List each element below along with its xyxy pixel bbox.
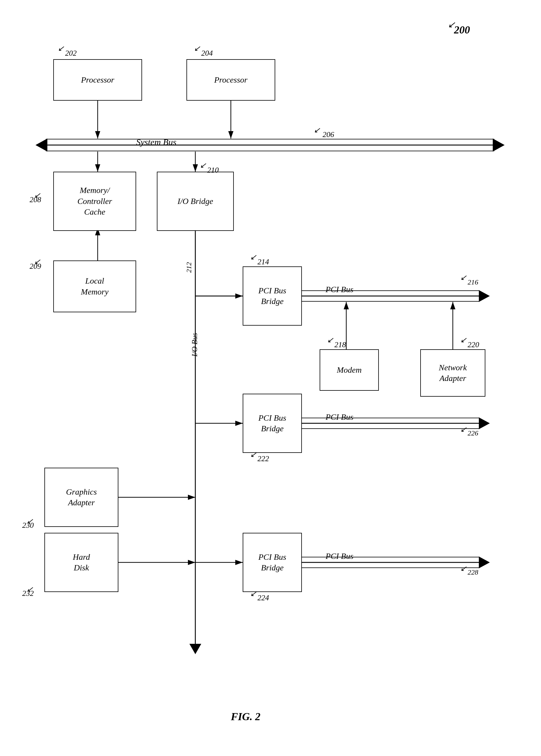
local-memory-label: LocalMemory (81, 276, 108, 297)
pci-bus2-ref: 226 (468, 429, 478, 437)
pci-bus1-label: PCI Bus (325, 285, 353, 294)
svg-marker-21 (479, 290, 490, 302)
arrow-220: ↙ (460, 336, 467, 345)
network-adapter-box: NetworkAdapter (420, 349, 485, 396)
pci-bus3-label: PCI Bus (325, 551, 353, 561)
system-bus-label: System Bus (136, 137, 176, 147)
arrow-214: ↙ (250, 253, 257, 262)
svg-marker-31 (479, 417, 490, 429)
modem-ref: 218 (334, 341, 346, 349)
modem-box: Modem (319, 349, 379, 391)
processor1-label: Processor (81, 75, 115, 85)
svg-marker-7 (493, 139, 505, 152)
arrow-208: ↙ (34, 191, 41, 200)
arrow-222: ↙ (250, 450, 257, 459)
arrow-232: ↙ (27, 585, 33, 594)
pci-bridge3-box: PCI BusBridge (243, 533, 302, 592)
arrow-216: ↙ (460, 273, 467, 282)
io-bus-ref: 212 (185, 262, 193, 273)
io-bus-label: I/O Bus (190, 333, 199, 357)
io-bridge-label: I/O Bridge (178, 196, 214, 207)
processor1-box: Processor (53, 59, 142, 101)
arrow-228: ↙ (460, 564, 467, 573)
network-adapter-label: NetworkAdapter (439, 362, 467, 384)
io-bridge-ref: 210 (207, 166, 219, 175)
arrow-200: ↙ (448, 19, 455, 30)
system-bus-ref: 206 (322, 130, 334, 139)
local-memory-box: LocalMemory (53, 261, 136, 312)
pci-bus2-label: PCI Bus (325, 412, 353, 422)
figure-title: FIG. 2 (231, 710, 261, 723)
svg-marker-6 (36, 139, 47, 152)
pci-bus1-ref: 216 (468, 278, 478, 286)
svg-marker-14 (190, 644, 201, 654)
arrow-218: ↙ (327, 336, 333, 345)
diagram-ref-200: 200 (454, 24, 470, 36)
modem-label: Modem (337, 365, 362, 376)
pci-bridge1-ref: 214 (258, 258, 269, 267)
pci-bridge2-label: PCI BusBridge (259, 412, 286, 434)
arrow-202: ↙ (58, 44, 64, 53)
pci-bridge2-ref: 222 (258, 454, 269, 463)
arrow-204: ↙ (194, 44, 200, 53)
arrow-210: ↙ (200, 161, 206, 170)
pci-bridge3-label: PCI BusBridge (259, 552, 286, 573)
arrow-209: ↙ (34, 257, 41, 266)
arrow-206: ↙ (314, 126, 320, 135)
memory-controller-label: Memory/ControllerCache (77, 185, 112, 217)
pci-bridge2-box: PCI BusBridge (243, 394, 302, 453)
network-adapter-ref: 220 (468, 341, 479, 349)
pci-bus3-ref: 228 (468, 568, 478, 576)
memory-controller-box: Memory/ControllerCache (53, 172, 136, 231)
pci-bridge1-box: PCI BusBridge (243, 267, 302, 326)
arrow-226: ↙ (460, 425, 467, 434)
pci-bridge3-ref: 224 (258, 593, 269, 602)
svg-marker-39 (479, 556, 490, 568)
graphics-adapter-label: GraphicsAdapter (66, 487, 97, 508)
io-bridge-box: I/O Bridge (157, 172, 234, 231)
processor1-ref: 202 (65, 49, 77, 58)
hard-disk-box: HardDisk (44, 533, 118, 592)
graphics-adapter-box: GraphicsAdapter (44, 468, 118, 527)
diagram-container: 200 ↙ Processor 202 ↙ Processor 204 ↙ Sy… (0, 0, 541, 756)
arrow-224: ↙ (250, 589, 257, 598)
processor2-label: Processor (214, 75, 248, 85)
processor2-box: Processor (187, 59, 275, 101)
processor2-ref: 204 (201, 49, 213, 58)
hard-disk-label: HardDisk (73, 552, 90, 573)
arrow-230: ↙ (27, 516, 33, 526)
pci-bridge1-label: PCI BusBridge (259, 285, 286, 307)
